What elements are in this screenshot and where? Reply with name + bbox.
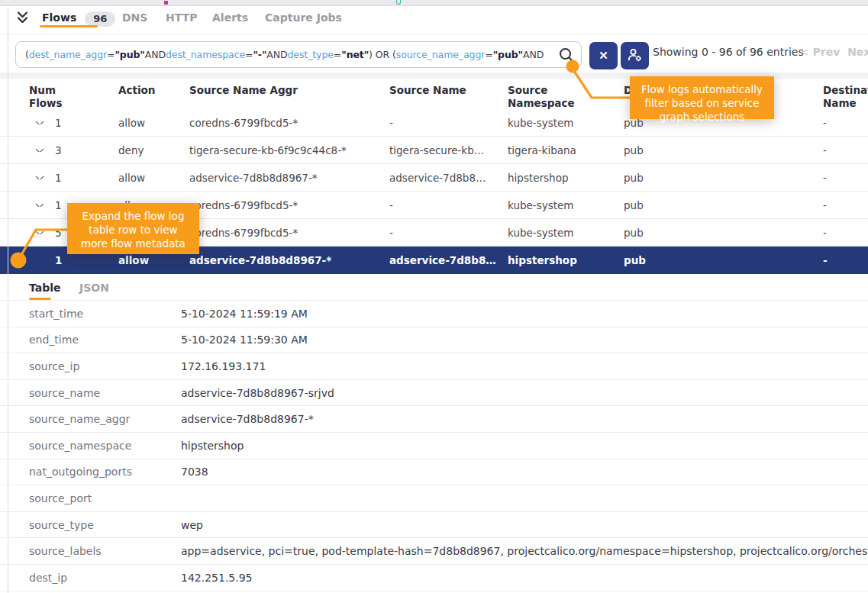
cell-source-name-aggr: adservice-7d8b8d8967-* xyxy=(189,172,389,184)
prev-bracket: < xyxy=(800,46,809,58)
detail-key: source_name_aggr xyxy=(29,413,181,425)
query-operator: = xyxy=(334,49,341,60)
query-operator: = xyxy=(245,49,253,60)
query-field: dest_namespace xyxy=(166,49,245,60)
cell-source-name: - xyxy=(389,117,508,129)
search-icon[interactable] xyxy=(558,47,575,66)
query-operator: = xyxy=(485,49,492,60)
query-operator: AND xyxy=(523,49,544,60)
cell-source-name: tigera-secure-kb… xyxy=(389,144,508,156)
detail-row-dest_ip: dest_ip142.251.5.95 xyxy=(0,565,868,591)
cell-source-name: adservice-7d8b8… xyxy=(389,172,508,184)
clear-filter-button[interactable]: ✕ xyxy=(589,42,618,69)
query-field: source_name_aggr xyxy=(396,49,486,60)
tab-dns[interactable]: DNS xyxy=(122,11,147,24)
expand-row-chevron-icon[interactable] xyxy=(29,121,55,124)
cell-source-namespace: kube-system xyxy=(508,227,624,239)
cell-source-name-aggr: coredns-6799fbcd5-* xyxy=(189,199,389,211)
cell-dest-name-aggr: pub xyxy=(624,144,823,156)
expand-row-chevron-icon[interactable] xyxy=(29,204,55,207)
query-value: "-" xyxy=(253,49,266,60)
person-gear-icon xyxy=(627,47,643,65)
flows-count-badge: 96 xyxy=(85,11,115,27)
next-button[interactable]: Next xyxy=(847,46,868,58)
query-value: "pub" xyxy=(493,49,523,60)
col-num-flows: Num Flows xyxy=(29,79,118,110)
active-tab-underline xyxy=(40,25,98,27)
expand-row-coachmark-tooltip: Expand the flow log table row to view mo… xyxy=(67,203,199,254)
query-value: "pub" xyxy=(115,49,144,60)
flow-detail-table: start_time5-10-2024 11:59:19 AMend_time5… xyxy=(0,300,868,591)
cell-num: 1 xyxy=(55,172,118,184)
user-settings-button[interactable] xyxy=(621,42,649,69)
query-operator: = xyxy=(107,49,115,60)
detail-value: adservice-7d8b8d8967-srjvd xyxy=(181,387,868,399)
col-source-namespace: Source Namespace xyxy=(508,79,624,110)
filter-coachmark-tooltip: Flow logs automatically filter based on … xyxy=(630,76,774,119)
detail-key: dest_ip xyxy=(29,572,181,584)
cell-source-name: - xyxy=(389,199,508,211)
flow-logs-page: Flows96 DNS HTTP Alerts Capture Jobs (de… xyxy=(0,0,868,593)
expand-row-chevron-icon[interactable] xyxy=(29,149,55,152)
cell-action: allow xyxy=(118,117,189,129)
cutoff-artifact xyxy=(164,1,168,5)
flow-row[interactable]: 1allowadservice-7d8b8d8967-*adservice-7d… xyxy=(0,164,868,192)
flow-row[interactable]: 3denytigera-secure-kb-6f9c9c44c8-*tigera… xyxy=(0,137,868,164)
detail-row-source_name: source_nameadservice-7d8b8d8967-srjvd xyxy=(0,380,868,407)
col-destination-name: Destination Name xyxy=(823,79,868,110)
col-source-name-aggr: Source Name Aggr xyxy=(189,79,389,97)
cell-action: allow xyxy=(118,172,189,184)
query-operator: ) OR ( xyxy=(369,49,396,60)
detail-key: nat_outgoing_ports xyxy=(29,466,181,478)
cell-destination-name: - xyxy=(823,117,868,129)
cell-source-namespace: kube-system xyxy=(508,199,624,211)
query-input[interactable]: (dest_name_aggr = "pub" AND dest_namespa… xyxy=(15,41,582,68)
tab-alerts[interactable]: Alerts xyxy=(212,11,248,24)
detail-row-source_labels: source_labelsapp=adservice, pci=true, po… xyxy=(0,538,868,565)
tab-capture-jobs[interactable]: Capture Jobs xyxy=(265,11,342,24)
cell-destination-name: - xyxy=(823,172,868,184)
cell-source-name-aggr: coredns-6799fbcd5-* xyxy=(189,117,389,129)
col-source-name: Source Name xyxy=(389,79,508,97)
cell-source-name-aggr: coredns-6799fbcd5-* xyxy=(189,227,389,239)
detail-tab-json[interactable]: JSON xyxy=(79,282,109,294)
detail-tab-bar: Table JSON xyxy=(0,274,868,300)
prev-button[interactable]: Prev xyxy=(813,46,841,58)
detail-tab-table[interactable]: Table xyxy=(29,282,61,294)
query-operator: AND xyxy=(145,49,166,60)
detail-value: 5-10-2024 11:59:19 AM xyxy=(181,308,868,320)
cell-destination-name: - xyxy=(823,227,868,239)
detail-key: source_namespace xyxy=(29,440,181,452)
expand-row-chevron-icon[interactable] xyxy=(29,176,55,179)
panel-left-border xyxy=(8,6,8,593)
cell-num: 3 xyxy=(55,144,118,156)
cell-source-namespace: tigera-kibana xyxy=(508,144,624,156)
showing-entries-text: Showing 0 - 96 of 96 entries xyxy=(653,46,804,58)
detail-key: start_time xyxy=(29,308,181,320)
detail-key: source_name xyxy=(29,387,181,399)
query-value: "net" xyxy=(341,49,369,60)
cell-source-name: - xyxy=(389,227,508,239)
top-cutoff-strip xyxy=(0,0,868,6)
cell-action: allow xyxy=(118,254,189,266)
expand-row-chevron-icon[interactable] xyxy=(29,231,55,234)
cutoff-artifact xyxy=(396,0,401,5)
cell-num: 1 xyxy=(55,117,118,129)
cell-action: deny xyxy=(118,144,189,156)
cell-source-namespace: hipstershop xyxy=(508,172,624,184)
cell-source-name: adservice-7d8b8… xyxy=(389,254,508,266)
detail-row-source_namespace: source_namespacehipstershop xyxy=(0,433,868,459)
cell-source-namespace: kube-system xyxy=(508,117,624,129)
double-chevron-down-icon[interactable] xyxy=(16,11,29,27)
cell-destination-name: - xyxy=(823,199,868,211)
detail-row-nat_outgoing_ports: nat_outgoing_ports7038 xyxy=(0,459,868,486)
query-operator: AND xyxy=(266,49,287,60)
tab-http[interactable]: HTTP xyxy=(166,11,197,24)
cell-source-name-aggr: adservice-7d8b8d8967-* xyxy=(189,254,389,266)
detail-key: end_time xyxy=(29,334,181,346)
cell-num: 1 xyxy=(55,254,118,266)
detail-row-start_time: start_time5-10-2024 11:59:19 AM xyxy=(0,301,868,327)
cell-dest-name-aggr: pub xyxy=(624,199,823,211)
cell-source-namespace: hipstershop xyxy=(508,254,624,266)
tab-flows[interactable]: Flows96 xyxy=(42,11,115,27)
